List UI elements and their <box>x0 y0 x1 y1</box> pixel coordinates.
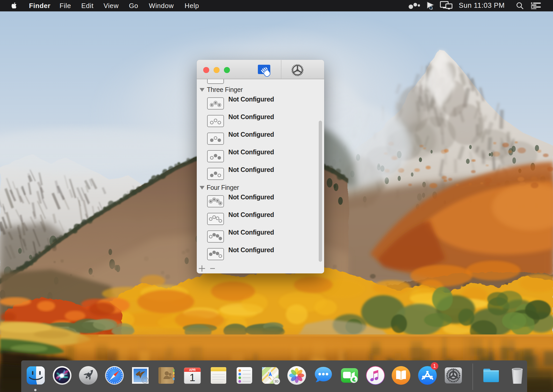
svg-text:3D: 3D <box>274 380 279 383</box>
svg-text:APR: APR <box>189 368 196 372</box>
svg-text:1: 1 <box>190 372 195 383</box>
